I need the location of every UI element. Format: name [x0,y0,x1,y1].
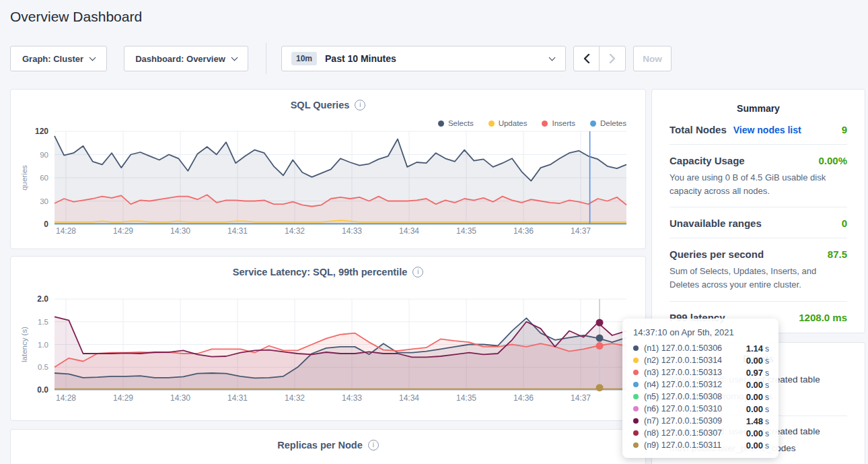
replicas-per-node-card: Replicas per Node i [10,429,646,464]
summary-title: Summary [670,103,847,114]
summary-item-desc: You are using 0 B of 4.5 GiB usable disk… [670,171,847,198]
node-address: (n2) 127.0.0.1:50314 [644,356,746,365]
sql-queries-legend: SelectsUpdatesInsertsDeletes [438,119,626,127]
sql-queries-card: SQL Queries i SelectsUpdatesInsertsDelet… [10,89,646,249]
y-axis-tick: 1.5 [38,318,48,326]
prev-time-button[interactable] [574,46,600,71]
replicas-per-node-title: Replicas per Node [277,440,363,451]
tooltip-node-row: (n8) 127.0.0.1:503070.00s [633,427,769,439]
node-color-dot [633,382,639,387]
summary-item: Unavailable ranges0 [670,207,847,238]
x-axis-tick: 14:31 [227,226,248,236]
y-axis-tick: 2.0 [37,294,48,304]
node-address: (n8) 127.0.0.1:50307 [644,428,746,438]
time-range-label: Past 10 Minutes [325,53,543,64]
info-icon[interactable]: i [412,267,423,277]
x-axis-tick: 14:34 [399,393,419,403]
node-address: (n9) 127.0.0.1:50311 [644,440,746,450]
node-latency-unit: s [765,368,769,378]
hover-point [596,319,604,327]
time-nav-buttons [573,46,626,71]
node-latency-value: 0.00s [746,440,769,451]
y-axis-tick: 60 [40,174,48,182]
x-axis-tick: 14:29 [113,393,133,403]
x-axis-tick: 14:37 [571,226,591,236]
summary-item: Total NodesView nodes list9 [670,114,847,145]
next-time-button[interactable] [600,46,625,71]
node-latency-value: 1.48s [746,416,769,426]
hover-point [596,342,604,350]
x-axis-tick: 14:28 [56,226,76,236]
legend-dot [542,121,548,127]
y-axis-tick: 30 [40,197,48,205]
node-color-dot [633,370,639,375]
y-axis-tick: 0 [44,220,48,229]
node-latency-unit: s [765,344,769,354]
time-range-badge: 10m [291,52,317,65]
tooltip-node-row: (n1) 127.0.0.1:503061.14s [633,342,769,354]
time-range-selector[interactable]: 10m Past 10 Minutes [281,46,566,71]
node-latency-unit: s [765,405,769,414]
node-latency-unit: s [765,393,769,402]
node-latency-unit: s [765,380,769,390]
tooltip-rows: (n1) 127.0.0.1:503061.14s(n2) 127.0.0.1:… [633,342,769,451]
chevron-down-icon [549,54,556,61]
tooltip-node-row: (n6) 127.0.0.1:503100.00s [633,403,769,415]
service-latency-chart[interactable]: 0.00.51.01.52.014:2814:2914:3014:3114:32… [11,290,647,409]
summary-item-value: 0.00% [818,155,847,166]
service-latency-title: Service Latency: SQL, 99th percentile [233,267,408,277]
summary-item-label: Queries per second [670,248,764,260]
node-latency-unit: s [765,417,769,426]
now-button-label: Now [643,54,662,64]
chevron-down-icon [89,54,96,61]
now-button[interactable]: Now [633,46,672,71]
legend-item-deletes[interactable]: Deletes [590,119,626,127]
summary-item-label: Total Nodes [670,124,727,135]
y-axis-label: latency (s) [20,327,28,362]
summary-item-label: Unavailable ranges [670,218,762,229]
legend-dot [590,121,596,127]
x-axis-tick: 14:35 [456,393,476,403]
node-latency-value: 0.97s [746,368,769,378]
x-axis-tick: 14:37 [571,393,591,403]
info-icon[interactable]: i [368,440,379,451]
x-axis-tick: 14:36 [513,226,534,236]
summary-item-value: 87.5 [828,248,847,260]
x-axis-tick: 14:30 [170,226,190,236]
legend-item-updates[interactable]: Updates [489,119,528,127]
legend-label: Deletes [600,119,626,127]
dashboard-dropdown[interactable]: Dashboard: Overview [124,46,248,71]
node-latency-unit: s [765,441,769,451]
graph-dropdown[interactable]: Graph: Cluster [10,46,107,71]
node-latency-unit: s [765,356,769,366]
node-address: (n7) 127.0.0.1:50309 [644,416,746,426]
tooltip-node-row: (n9) 127.0.0.1:503110.00s [633,439,769,451]
node-latency-value: 0.00s [746,380,769,390]
node-color-dot [633,358,639,363]
node-latency-value: 0.00s [746,392,769,402]
legend-item-selects[interactable]: Selects [438,119,474,127]
node-latency-value: 0.00s [746,404,769,414]
x-axis-tick: 14:35 [456,226,476,236]
graph-dropdown-label: Graph: Cluster [22,54,83,64]
node-latency-value: 1.14s [746,343,769,354]
x-axis-tick: 14:33 [342,226,362,236]
hover-point [596,335,604,342]
y-axis-label: queries [20,165,28,191]
sql-queries-chart[interactable]: 030609012014:2814:2914:3014:3114:3214:33… [11,127,647,242]
node-address: (n3) 127.0.0.1:50313 [644,368,746,377]
node-color-dot [633,394,639,399]
legend-label: Updates [499,119,528,127]
node-address: (n6) 127.0.0.1:50310 [644,404,746,413]
chart-hover-tooltip: 14:37:10 on Apr 5th, 2021 (n1) 127.0.0.1… [622,319,779,458]
x-axis-tick: 14:32 [285,226,305,236]
view-nodes-link[interactable]: View nodes list [733,125,801,135]
x-axis-tick: 14:31 [227,393,248,403]
summary-item-value: 1208.0 ms [799,312,847,323]
node-address: (n1) 127.0.0.1:50306 [644,343,746,353]
legend-item-inserts[interactable]: Inserts [542,119,575,127]
tooltip-node-row: (n2) 127.0.0.1:503140.00s [633,354,769,366]
info-icon[interactable]: i [355,100,365,110]
node-address: (n5) 127.0.0.1:50308 [644,392,746,401]
node-color-dot [633,442,639,448]
